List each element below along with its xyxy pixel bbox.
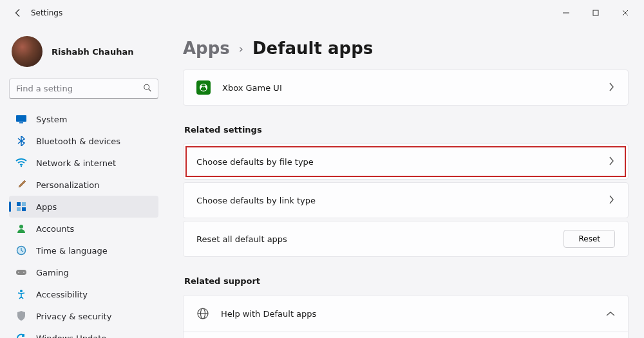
minimize-button[interactable]	[551, 3, 581, 23]
app-entry-xbox-game-ui[interactable]: Xbox Game UI	[183, 70, 629, 106]
search-icon	[143, 83, 152, 95]
help-card: Help with Default apps Learn about Contr…	[183, 295, 629, 338]
chevron-right-icon	[609, 156, 615, 167]
close-button[interactable]	[611, 3, 640, 23]
sidebar-item-personalization[interactable]: Personalization	[9, 174, 158, 196]
svg-point-6	[21, 165, 22, 167]
card-label: Reset all default apps	[196, 234, 287, 244]
window-title: Settings	[31, 8, 62, 17]
sidebar-item-label: Gaming	[36, 268, 69, 277]
section-title-related-support: Related support	[184, 276, 629, 286]
svg-rect-7	[17, 202, 21, 206]
xbox-icon	[196, 80, 211, 95]
profile[interactable]: Rishabh Chauhan	[12, 36, 156, 67]
system-icon	[15, 113, 27, 125]
sidebar-item-label: Windows Update	[36, 333, 106, 339]
svg-point-15	[23, 272, 24, 273]
wifi-icon	[15, 157, 27, 169]
svg-rect-10	[22, 207, 26, 211]
svg-point-11	[19, 225, 23, 229]
sidebar-item-system[interactable]: System	[9, 108, 158, 130]
reset-button[interactable]: Reset	[564, 230, 615, 248]
search-field[interactable]	[9, 79, 158, 99]
svg-point-2	[144, 84, 149, 89]
sidebar-item-accessibility[interactable]: Accessibility	[9, 283, 158, 305]
sidebar-item-label: System	[36, 115, 67, 124]
brush-icon	[15, 179, 27, 191]
sidebar-item-time[interactable]: Time & language	[9, 239, 158, 261]
card-label: Choose defaults by link type	[196, 196, 316, 205]
sidebar-item-label: Bluetooth & devices	[36, 136, 120, 146]
sidebar-item-network[interactable]: Network & internet	[9, 152, 158, 174]
svg-rect-5	[19, 122, 23, 124]
svg-rect-8	[22, 202, 26, 206]
help-label: Help with Default apps	[221, 309, 316, 319]
svg-line-3	[149, 89, 151, 91]
sidebar-item-privacy[interactable]: Privacy & security	[9, 305, 158, 327]
card-reset-defaults: Reset all default apps Reset	[183, 221, 629, 257]
chevron-right-icon	[609, 195, 615, 206]
chevron-right-icon	[609, 82, 615, 93]
nav-list: System Bluetooth & devices Network & int…	[9, 108, 158, 338]
card-defaults-by-link-type[interactable]: Choose defaults by link type	[183, 182, 629, 218]
clock-icon	[15, 245, 27, 256]
sidebar-item-label: Accounts	[36, 224, 74, 234]
help-expand-toggle[interactable]: Help with Default apps	[184, 296, 628, 332]
arrow-left-icon	[14, 8, 23, 17]
sidebar: Rishabh Chauhan System Bluetooth & devic…	[0, 26, 167, 338]
svg-rect-1	[593, 10, 598, 15]
shield-icon	[15, 310, 27, 322]
chevron-right-icon: ›	[239, 42, 243, 55]
sidebar-item-label: Accessibility	[36, 290, 88, 299]
svg-rect-13	[16, 270, 26, 275]
minimize-icon	[563, 10, 569, 16]
main-content: Apps › Default apps Xbox Game UI Related…	[167, 26, 644, 338]
sidebar-item-label: Privacy & security	[36, 312, 111, 321]
globe-icon	[196, 307, 209, 320]
sidebar-item-apps[interactable]: Apps	[9, 196, 158, 218]
back-button[interactable]	[12, 6, 24, 19]
section-title-related-settings: Related settings	[184, 125, 629, 135]
svg-rect-9	[17, 207, 21, 211]
maximize-button[interactable]	[581, 3, 611, 23]
avatar	[12, 36, 43, 67]
chevron-up-icon	[606, 309, 615, 319]
sidebar-item-label: Personalization	[36, 180, 100, 190]
svg-point-14	[18, 272, 19, 273]
titlebar: Settings	[0, 0, 644, 26]
app-entry-label: Xbox Game UI	[222, 83, 282, 93]
card-defaults-by-file-type[interactable]: Choose defaults by file type	[183, 144, 629, 180]
breadcrumb: Apps › Default apps	[183, 39, 629, 58]
close-icon	[622, 10, 629, 16]
sidebar-item-label: Apps	[36, 202, 57, 212]
search-input[interactable]	[9, 79, 158, 99]
svg-rect-4	[16, 115, 26, 122]
accessibility-icon	[15, 288, 27, 300]
card-label: Choose defaults by file type	[196, 157, 314, 167]
maximize-icon	[592, 10, 599, 16]
svg-point-16	[20, 290, 23, 292]
sidebar-item-gaming[interactable]: Gaming	[9, 261, 158, 283]
page-title: Default apps	[252, 39, 373, 58]
sidebar-item-label: Time & language	[36, 246, 108, 256]
sidebar-item-label: Network & internet	[36, 158, 116, 168]
apps-icon	[15, 201, 27, 212]
gamepad-icon	[15, 267, 27, 278]
breadcrumb-parent[interactable]: Apps	[183, 39, 230, 58]
update-icon	[15, 332, 27, 338]
bluetooth-icon	[15, 135, 27, 147]
sidebar-item-update[interactable]: Windows Update	[9, 327, 158, 338]
profile-name: Rishabh Chauhan	[52, 47, 133, 57]
sidebar-item-accounts[interactable]: Accounts	[9, 218, 158, 239]
sidebar-item-bluetooth[interactable]: Bluetooth & devices	[9, 130, 158, 152]
person-icon	[15, 223, 27, 234]
